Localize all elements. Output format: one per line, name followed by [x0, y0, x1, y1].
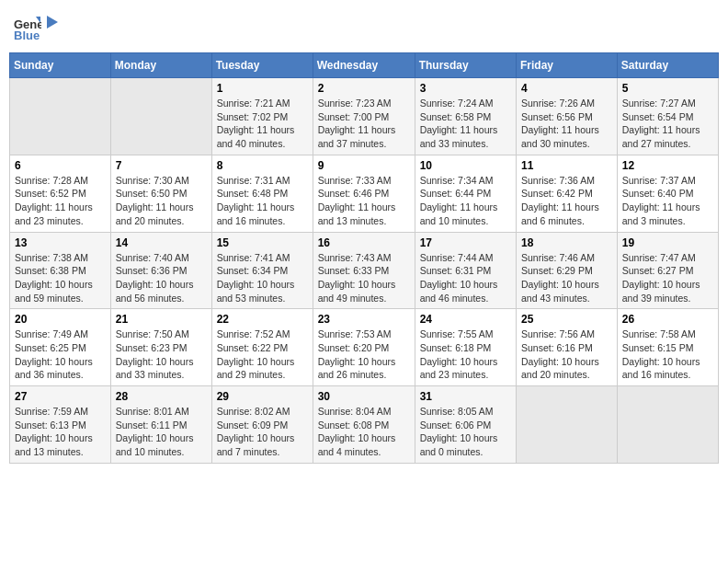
day-info: Sunrise: 7:27 AM Sunset: 6:54 PM Dayligh… — [622, 98, 700, 149]
day-number: 6 — [15, 159, 106, 172]
day-number: 27 — [15, 390, 106, 403]
day-info: Sunrise: 7:23 AM Sunset: 7:00 PM Dayligh… — [318, 98, 396, 149]
day-cell: 15Sunrise: 7:41 AM Sunset: 6:34 PM Dayli… — [211, 232, 313, 309]
day-number: 2 — [318, 82, 410, 95]
day-cell: 11Sunrise: 7:36 AM Sunset: 6:42 PM Dayli… — [517, 155, 618, 232]
day-number: 15 — [217, 236, 308, 249]
day-cell: 2Sunrise: 7:23 AM Sunset: 7:00 PM Daylig… — [313, 78, 415, 155]
day-info: Sunrise: 8:02 AM Sunset: 6:09 PM Dayligh… — [217, 406, 295, 457]
page-header: General Blue — [9, 9, 719, 45]
day-info: Sunrise: 7:55 AM Sunset: 6:18 PM Dayligh… — [420, 328, 498, 380]
day-cell: 23Sunrise: 7:53 AM Sunset: 6:20 PM Dayli… — [313, 309, 415, 386]
day-cell: 8Sunrise: 7:31 AM Sunset: 6:48 PM Daylig… — [211, 155, 313, 232]
day-info: Sunrise: 7:28 AM Sunset: 6:52 PM Dayligh… — [15, 175, 93, 226]
week-row-4: 20Sunrise: 7:49 AM Sunset: 6:25 PM Dayli… — [10, 309, 719, 386]
day-info: Sunrise: 7:34 AM Sunset: 6:44 PM Dayligh… — [420, 175, 498, 226]
day-cell: 13Sunrise: 7:38 AM Sunset: 6:38 PM Dayli… — [10, 232, 111, 309]
col-header-saturday: Saturday — [617, 53, 718, 78]
logo-arrow-icon — [43, 14, 60, 30]
day-cell: 5Sunrise: 7:27 AM Sunset: 6:54 PM Daylig… — [617, 78, 718, 155]
day-cell: 14Sunrise: 7:40 AM Sunset: 6:36 PM Dayli… — [110, 232, 211, 309]
day-number: 8 — [217, 159, 308, 172]
day-number: 20 — [15, 313, 106, 326]
day-cell: 22Sunrise: 7:52 AM Sunset: 6:22 PM Dayli… — [211, 309, 313, 386]
day-cell — [517, 386, 618, 464]
day-cell: 10Sunrise: 7:34 AM Sunset: 6:44 PM Dayli… — [415, 155, 516, 232]
day-cell: 25Sunrise: 7:56 AM Sunset: 6:16 PM Dayli… — [517, 309, 618, 386]
day-info: Sunrise: 7:21 AM Sunset: 7:02 PM Dayligh… — [217, 98, 295, 149]
day-info: Sunrise: 7:38 AM Sunset: 6:38 PM Dayligh… — [15, 252, 93, 304]
day-cell: 9Sunrise: 7:33 AM Sunset: 6:46 PM Daylig… — [313, 155, 415, 232]
day-info: Sunrise: 7:36 AM Sunset: 6:42 PM Dayligh… — [521, 175, 599, 226]
day-number: 22 — [217, 313, 308, 326]
day-number: 29 — [217, 390, 308, 403]
day-cell: 28Sunrise: 8:01 AM Sunset: 6:11 PM Dayli… — [110, 386, 211, 464]
day-info: Sunrise: 7:41 AM Sunset: 6:34 PM Dayligh… — [217, 252, 295, 304]
day-cell: 20Sunrise: 7:49 AM Sunset: 6:25 PM Dayli… — [10, 309, 111, 386]
day-number: 16 — [318, 236, 410, 249]
day-number: 7 — [116, 159, 207, 172]
day-cell: 16Sunrise: 7:43 AM Sunset: 6:33 PM Dayli… — [313, 232, 415, 309]
day-info: Sunrise: 7:59 AM Sunset: 6:13 PM Dayligh… — [15, 406, 93, 457]
day-number: 3 — [420, 82, 511, 95]
day-number: 17 — [420, 236, 511, 249]
day-cell: 19Sunrise: 7:47 AM Sunset: 6:27 PM Dayli… — [617, 232, 718, 309]
day-cell: 29Sunrise: 8:02 AM Sunset: 6:09 PM Dayli… — [211, 386, 313, 464]
day-number: 26 — [622, 313, 713, 326]
day-number: 18 — [521, 236, 612, 249]
day-cell: 21Sunrise: 7:50 AM Sunset: 6:23 PM Dayli… — [110, 309, 211, 386]
day-cell: 30Sunrise: 8:04 AM Sunset: 6:08 PM Dayli… — [313, 386, 415, 464]
day-cell: 26Sunrise: 7:58 AM Sunset: 6:15 PM Dayli… — [617, 309, 718, 386]
day-number: 19 — [622, 236, 713, 249]
day-number: 21 — [116, 313, 207, 326]
day-info: Sunrise: 8:01 AM Sunset: 6:11 PM Dayligh… — [116, 406, 194, 457]
week-row-2: 6Sunrise: 7:28 AM Sunset: 6:52 PM Daylig… — [10, 155, 719, 232]
day-info: Sunrise: 7:46 AM Sunset: 6:29 PM Dayligh… — [521, 252, 599, 304]
day-cell: 7Sunrise: 7:30 AM Sunset: 6:50 PM Daylig… — [110, 155, 211, 232]
day-number: 23 — [318, 313, 410, 326]
col-header-friday: Friday — [517, 53, 618, 78]
day-info: Sunrise: 7:47 AM Sunset: 6:27 PM Dayligh… — [622, 252, 700, 304]
day-number: 1 — [217, 82, 308, 95]
day-number: 24 — [420, 313, 511, 326]
day-info: Sunrise: 7:33 AM Sunset: 6:46 PM Dayligh… — [318, 175, 396, 226]
day-number: 28 — [116, 390, 207, 403]
col-header-wednesday: Wednesday — [313, 53, 415, 78]
day-info: Sunrise: 7:58 AM Sunset: 6:15 PM Dayligh… — [622, 328, 700, 380]
day-cell: 4Sunrise: 7:26 AM Sunset: 6:56 PM Daylig… — [517, 78, 618, 155]
day-info: Sunrise: 7:44 AM Sunset: 6:31 PM Dayligh… — [420, 252, 498, 304]
week-row-5: 27Sunrise: 7:59 AM Sunset: 6:13 PM Dayli… — [10, 386, 719, 464]
day-cell: 3Sunrise: 7:24 AM Sunset: 6:58 PM Daylig… — [415, 78, 516, 155]
col-header-sunday: Sunday — [10, 53, 111, 78]
day-cell: 27Sunrise: 7:59 AM Sunset: 6:13 PM Dayli… — [10, 386, 111, 464]
day-number: 4 — [521, 82, 612, 95]
day-info: Sunrise: 7:53 AM Sunset: 6:20 PM Dayligh… — [318, 328, 396, 380]
day-number: 5 — [622, 82, 713, 95]
svg-text:Blue: Blue — [14, 29, 40, 41]
day-info: Sunrise: 8:04 AM Sunset: 6:08 PM Dayligh… — [318, 406, 396, 457]
day-cell: 1Sunrise: 7:21 AM Sunset: 7:02 PM Daylig… — [211, 78, 313, 155]
col-header-tuesday: Tuesday — [211, 53, 313, 78]
day-number: 25 — [521, 313, 612, 326]
day-info: Sunrise: 7:26 AM Sunset: 6:56 PM Dayligh… — [521, 98, 599, 149]
col-header-thursday: Thursday — [415, 53, 516, 78]
day-info: Sunrise: 8:05 AM Sunset: 6:06 PM Dayligh… — [420, 406, 498, 457]
day-cell: 18Sunrise: 7:46 AM Sunset: 6:29 PM Dayli… — [517, 232, 618, 309]
col-header-monday: Monday — [110, 53, 211, 78]
week-row-3: 13Sunrise: 7:38 AM Sunset: 6:38 PM Dayli… — [10, 232, 719, 309]
logo-icon: General Blue — [14, 14, 41, 45]
day-cell: 6Sunrise: 7:28 AM Sunset: 6:52 PM Daylig… — [10, 155, 111, 232]
day-info: Sunrise: 7:24 AM Sunset: 6:58 PM Dayligh… — [420, 98, 498, 149]
day-info: Sunrise: 7:49 AM Sunset: 6:25 PM Dayligh… — [15, 328, 93, 380]
day-number: 30 — [318, 390, 410, 403]
day-number: 13 — [15, 236, 106, 249]
calendar-table: SundayMondayTuesdayWednesdayThursdayFrid… — [9, 52, 719, 464]
day-info: Sunrise: 7:56 AM Sunset: 6:16 PM Dayligh… — [521, 328, 599, 380]
day-cell — [110, 78, 211, 155]
day-info: Sunrise: 7:40 AM Sunset: 6:36 PM Dayligh… — [116, 252, 194, 304]
day-number: 9 — [318, 159, 410, 172]
day-cell: 17Sunrise: 7:44 AM Sunset: 6:31 PM Dayli… — [415, 232, 516, 309]
day-number: 31 — [420, 390, 511, 403]
day-cell: 12Sunrise: 7:37 AM Sunset: 6:40 PM Dayli… — [617, 155, 718, 232]
header-row: SundayMondayTuesdayWednesdayThursdayFrid… — [10, 53, 719, 78]
